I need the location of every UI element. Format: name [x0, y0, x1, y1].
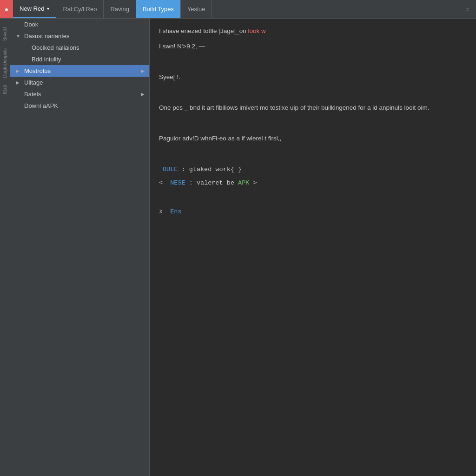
tree-item-oociked-naliaions[interactable]: Oociked naliaions	[10, 42, 149, 53]
gutter-symbol: x	[159, 207, 163, 215]
tab-yeslue[interactable]: Yeslue	[181, 0, 212, 18]
content-blank-2	[159, 87, 467, 98]
tree-item-dook[interactable]: Dook	[10, 19, 149, 30]
content-blank-3	[159, 118, 467, 129]
app-icon: ●	[0, 0, 13, 18]
sidebar-label-1[interactable]: DugInDenpids	[1, 45, 8, 81]
tab-build-types[interactable]: Build Types	[136, 0, 181, 18]
tab-bar: ● New Red ▾ Ral:Cy/l Reo Raving Build Ty…	[0, 0, 476, 19]
tab-new-red[interactable]: New Red ▾	[13, 0, 56, 18]
menu-icon-button[interactable]: ≡	[459, 0, 476, 18]
expand-icon: ▶	[16, 68, 21, 73]
tab-ral-cyl-reo[interactable]: Ral:Cy/l Reo	[56, 0, 104, 18]
tree-item-batels[interactable]: Batels ▶	[10, 88, 149, 100]
gutter-symbol: <	[159, 178, 163, 186]
tree-item-dasust-nariantes[interactable]: ▼ Dasust nariantes	[10, 30, 149, 42]
code-line-3: x Ens	[159, 206, 467, 218]
content-blank-1	[159, 57, 467, 67]
sub-arrow-icon: ▶	[141, 68, 145, 73]
chevron-down-icon: ▾	[47, 6, 49, 11]
tree-item-ulitage[interactable]: ▶ Ulitage	[10, 77, 149, 88]
tree-item-mostrotus[interactable]: ▶ Mostrotus ▶	[10, 65, 149, 77]
tree-item-bdd-intulity[interactable]: Bdd intulity	[10, 53, 149, 65]
code-line-2: < NESE : valeret be APK >	[159, 177, 467, 189]
sub-arrow-icon: ▶	[141, 92, 145, 97]
content-line-1: I shave enezed totfle [Jage]_on look w	[159, 26, 467, 37]
sidebar-label-2[interactable]: 81dt	[1, 81, 8, 98]
content-line-3: Syee[ !.	[159, 72, 467, 83]
tab-raving[interactable]: Raving	[104, 0, 136, 18]
left-panel-tree: Dook ▼ Dasust nariantes Oociked naliaion…	[10, 19, 150, 476]
expand-icon: ▼	[16, 33, 21, 39]
content-line-4: One pes _ bnd it art fibiliows imivert m…	[159, 103, 467, 113]
content-blank-5	[159, 191, 467, 201]
main-content: SrvidU DugInDenpids 81dt Dook ▼ Dasust n…	[0, 19, 476, 476]
sidebar-label-0[interactable]: SrvidU	[1, 23, 8, 45]
tree-item-downl-aapk[interactable]: Downl aAPK	[10, 100, 149, 112]
code-line-1: OULE : gtaked work{ }	[159, 164, 467, 175]
content-line-5: Pagulor adv!D whnFi-eo as a if wlerel t …	[159, 133, 467, 144]
content-line-2: I swn! N'>9.2, —	[159, 41, 467, 52]
expand-icon: ▶	[16, 80, 21, 85]
right-content-panel: I shave enezed totfle [Jage]_on look w I…	[150, 19, 476, 476]
content-blank-4	[159, 149, 467, 159]
sidebar-labels: SrvidU DugInDenpids 81dt	[0, 19, 10, 476]
